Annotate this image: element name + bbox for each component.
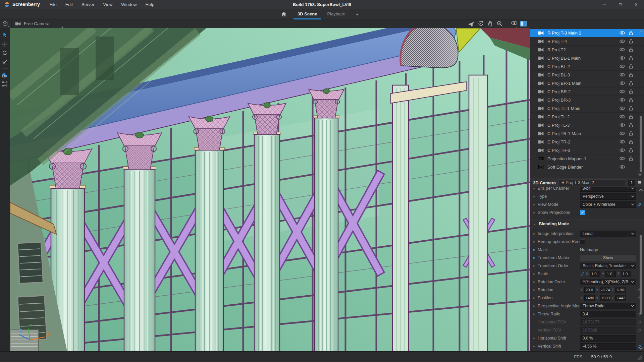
lock-open-icon[interactable] (628, 39, 634, 44)
rotation-x-input[interactable]: 20.0 (584, 287, 595, 293)
move-tool-button[interactable] (1, 40, 9, 48)
position-z-input[interactable]: 1442 (615, 295, 626, 301)
split-view-icon[interactable] (520, 21, 527, 26)
scale-tool-button[interactable] (1, 58, 9, 66)
lock-open-icon[interactable] (628, 89, 634, 94)
eye-icon[interactable] (619, 106, 625, 111)
lock-open-icon[interactable] (628, 147, 634, 153)
eye-icon[interactable] (619, 122, 625, 128)
remap-optimized-checkbox[interactable] (580, 239, 585, 244)
mask-value[interactable]: No Image (580, 247, 598, 252)
lock-open-icon[interactable] (628, 97, 634, 103)
layer-row[interactable]: C Proj BL-2 (530, 62, 644, 71)
throw-ratio-input[interactable]: 3.4 (580, 311, 636, 317)
shapes-tool-button[interactable] (1, 71, 9, 79)
eye-icon[interactable] (619, 147, 625, 153)
scrollbar-thumb[interactable] (640, 235, 642, 314)
lock-open-icon[interactable] (628, 30, 634, 36)
layer-row[interactable]: R Proj T-3 Main 2 (530, 29, 644, 37)
zoom-icon[interactable] (496, 20, 503, 27)
eye-icon[interactable] (619, 114, 625, 119)
rotation-z-input[interactable]: 6.902 (615, 287, 626, 293)
eye-icon[interactable] (619, 64, 625, 69)
fly-mode-icon[interactable] (468, 20, 475, 27)
layer-row[interactable]: R Proj T-4 (530, 37, 644, 46)
home-icon[interactable] (281, 11, 287, 17)
layer-row[interactable]: C Proj BR-3 (530, 96, 644, 104)
scrollbar-thumb[interactable] (640, 116, 642, 172)
maximize-button[interactable]: □ (612, 0, 628, 9)
image-interpolation-dropdown[interactable]: Linear (580, 231, 636, 237)
menu-help[interactable]: Help (141, 0, 159, 9)
scroll-up-icon[interactable] (639, 189, 643, 192)
show-projections-checkbox[interactable]: ✓ (580, 210, 585, 215)
lock-open-icon[interactable] (628, 72, 634, 77)
lock-open-icon[interactable] (628, 80, 634, 86)
eye-icon[interactable] (619, 39, 625, 44)
eye-icon[interactable] (619, 139, 625, 144)
orbit-icon[interactable] (477, 20, 484, 27)
layer-row[interactable]: C Proj TR-1 Main (530, 129, 644, 138)
eye-icon[interactable] (619, 72, 625, 77)
show-transform-matrix-button[interactable]: Show (580, 254, 636, 261)
lock-open-icon[interactable] (628, 106, 634, 111)
eye-icon[interactable] (619, 97, 625, 103)
tab-3d-scene[interactable]: 3D Scene (293, 9, 321, 19)
position-x-input[interactable]: 1480 (584, 295, 595, 301)
blending-mode-group-header[interactable]: › Blending Mode (530, 220, 644, 228)
eye-icon[interactable] (619, 156, 625, 161)
lock-open-icon[interactable] (628, 47, 634, 52)
lock-open-icon[interactable] (628, 139, 634, 144)
position-y-input[interactable]: 1589 (600, 295, 610, 301)
layer-row[interactable]: R Proj T2 (530, 46, 644, 54)
perspective-angle-mode-dropdown[interactable]: Throw Ratio (580, 303, 636, 309)
eye-icon[interactable] (619, 164, 625, 170)
horizontal-shift-input[interactable]: 0.0 % (580, 335, 636, 342)
camera-selector[interactable]: Free Camera (13, 20, 63, 27)
lock-open-icon[interactable] (628, 131, 634, 136)
layer-row[interactable]: C Proj BR-1 Main (530, 79, 644, 87)
layer-row[interactable]: C Proj BR-2 (530, 87, 644, 96)
scale-x-input[interactable]: 1.0 (590, 271, 600, 277)
menu-edit[interactable]: Edit (61, 0, 77, 9)
pan-hand-icon[interactable] (487, 20, 494, 27)
lock-open-icon[interactable] (628, 122, 634, 128)
help-icon[interactable]: ? (628, 180, 635, 186)
eye-icon[interactable] (619, 80, 625, 86)
layer-row[interactable]: C Proj TL-2 (530, 113, 644, 121)
eye-icon[interactable] (619, 89, 625, 94)
lock-open-icon[interactable] (628, 55, 634, 61)
layer-row[interactable]: Projection Mapper 1 (530, 155, 644, 163)
camera-name-input[interactable] (558, 179, 625, 186)
layer-list-scrollbar[interactable] (639, 29, 643, 177)
scale-y-input[interactable]: 1.0 (605, 271, 616, 277)
rotation-y-input[interactable]: -8.74 (600, 287, 610, 293)
type-dropdown[interactable]: Perspective (580, 193, 636, 200)
view-mode-dropdown[interactable]: Color + Wireframe (580, 201, 636, 208)
lock-open-icon[interactable] (628, 114, 634, 119)
layer-row[interactable]: C Proj TR-2 (530, 138, 644, 146)
menu-view[interactable]: View (99, 0, 117, 9)
vertical-shift-input[interactable]: -4.56 % (580, 343, 636, 350)
view-options-button[interactable] (511, 19, 518, 28)
menu-window[interactable]: Window (117, 0, 141, 9)
eye-icon[interactable] (619, 131, 625, 136)
minimize-button[interactable]: ─ (597, 0, 612, 9)
scroll-up-icon[interactable] (639, 30, 643, 34)
select-tool-button[interactable] (1, 31, 9, 39)
viewport-canvas[interactable]: Y Z X (10, 28, 530, 351)
transform-order-dropdown[interactable]: Scale, Rotate, Translate (580, 263, 636, 269)
scroll-down-icon[interactable] (639, 346, 643, 350)
properties-scrollbar[interactable] (639, 188, 643, 351)
lock-open-icon[interactable] (628, 64, 634, 69)
layer-row[interactable]: C Proj TL-1 Main (530, 104, 644, 113)
bits-per-channel-dropdown[interactable]: 8-bit (580, 187, 636, 192)
add-tab-button[interactable]: + (351, 11, 363, 17)
rotate-tool-button[interactable] (1, 49, 9, 57)
scale-z-input[interactable]: 1.0 (621, 271, 631, 277)
layer-row[interactable]: C Proj BL-3 (530, 71, 644, 79)
panel-menu-icon[interactable]: ≡ (638, 180, 641, 186)
layer-row[interactable]: C Proj BL-1 Main (530, 54, 644, 62)
lock-open-icon[interactable] (628, 156, 634, 161)
menu-file[interactable]: File (45, 0, 61, 9)
